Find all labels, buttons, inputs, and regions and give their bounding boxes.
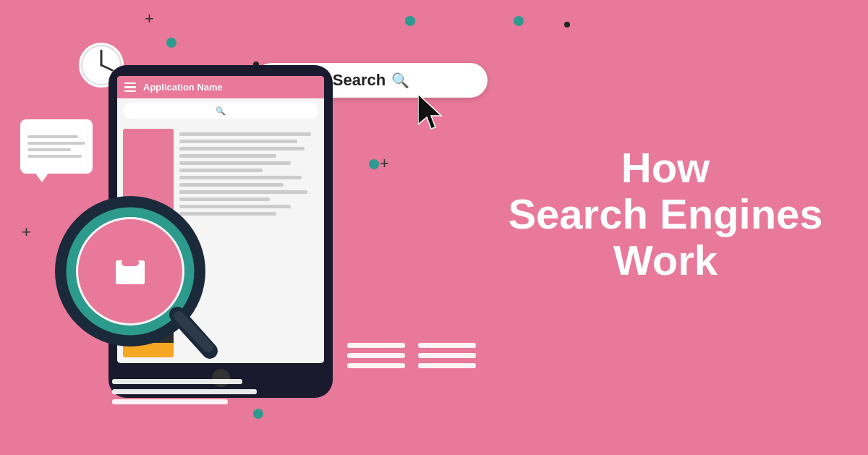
text-line-5 xyxy=(179,161,291,165)
search-bar-text: Search xyxy=(333,71,386,90)
search-icon: 🔍 xyxy=(391,72,409,89)
text-line-6 xyxy=(179,169,263,172)
dot-dark-2 xyxy=(564,22,570,27)
svg-rect-10 xyxy=(122,259,139,266)
dot-teal-2 xyxy=(405,16,415,26)
bottom-line-3 xyxy=(112,399,228,404)
title-line-2: Search Engines xyxy=(506,191,825,237)
text-line-1 xyxy=(179,132,311,136)
document-bubble xyxy=(20,119,93,174)
right-lines-col-2 xyxy=(418,343,476,368)
right-line-1 xyxy=(347,343,405,348)
tablet-search-bar[interactable]: 🔍 xyxy=(117,98,324,123)
mouse-cursor xyxy=(418,94,451,134)
right-line-2 xyxy=(347,353,405,358)
text-line-7 xyxy=(179,176,302,179)
magnifying-glass xyxy=(36,188,224,376)
app-name-label: Application Name xyxy=(143,82,223,93)
tablet-search-inner: 🔍 xyxy=(123,103,318,119)
plus-sign-1: + xyxy=(145,11,154,27)
bottom-lines xyxy=(112,379,257,404)
right-line-4 xyxy=(418,343,476,348)
chat-line-4 xyxy=(27,155,82,158)
title-line-1: How xyxy=(506,145,825,191)
bottom-line-2 xyxy=(112,389,257,394)
chat-line-3 xyxy=(27,148,71,151)
chat-line-2 xyxy=(27,142,85,145)
bottom-line-1 xyxy=(112,379,242,384)
chat-line-1 xyxy=(27,135,78,138)
tablet-navbar: Application Name xyxy=(117,76,324,98)
dot-teal-3 xyxy=(514,16,524,26)
dot-teal-5 xyxy=(253,409,263,419)
text-line-4 xyxy=(179,154,276,158)
right-lines-col-1 xyxy=(347,343,405,368)
plus-sign-2: + xyxy=(380,156,389,171)
dot-teal-4 xyxy=(369,159,379,169)
title-line-3: Work xyxy=(506,237,825,284)
tablet-search-icon: 🔍 xyxy=(216,106,226,116)
plus-sign-3: + xyxy=(22,224,31,240)
right-lines-group xyxy=(347,343,476,368)
right-line-6 xyxy=(418,363,476,368)
right-line-3 xyxy=(347,363,405,368)
hamburger-icon xyxy=(124,82,136,93)
text-line-2 xyxy=(179,140,297,143)
right-line-5 xyxy=(418,353,476,358)
main-title: How Search Engines Work xyxy=(506,145,825,283)
text-line-3 xyxy=(179,147,305,150)
svg-marker-4 xyxy=(418,94,441,129)
text-line-8 xyxy=(179,183,284,187)
dot-teal-1 xyxy=(166,38,176,48)
